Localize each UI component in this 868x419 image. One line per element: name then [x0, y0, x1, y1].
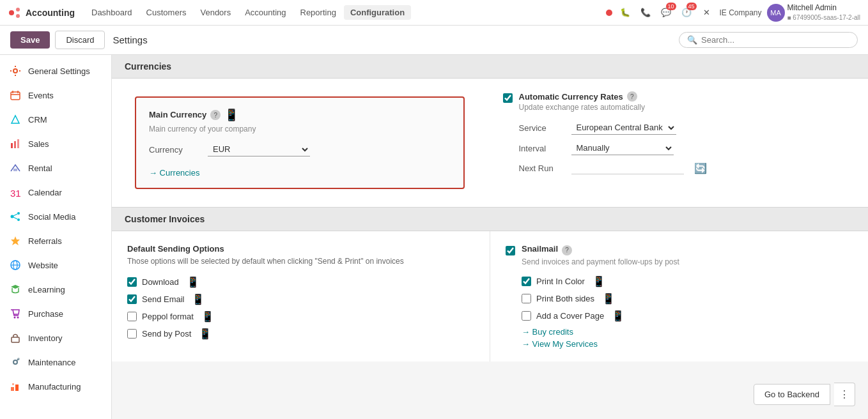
sidebar-item-manufacturing[interactable]: Manufacturing: [0, 374, 111, 399]
view-services-link[interactable]: → View My Services: [522, 339, 679, 349]
page-title: Settings: [112, 34, 147, 45]
nav-right: 🐛 📞 💬 10 🕐 45 ✕ IE Company MA Mitchell A…: [606, 3, 860, 22]
sidebar-item-website[interactable]: Website: [0, 253, 111, 277]
app-logo[interactable]: Accounting: [8, 6, 75, 20]
svg-line-15: [13, 217, 17, 219]
auto-rates-checkbox[interactable]: [503, 93, 513, 103]
sidebar-item-maintenance[interactable]: Maintenance: [0, 350, 111, 374]
debug-icon[interactable]: 🐛: [617, 5, 633, 20]
sidebar-item-general-settings[interactable]: General Settings: [0, 59, 111, 83]
sidebar-item-crm[interactable]: CRM: [0, 107, 111, 132]
send-email-mobile-icon: 📱: [192, 293, 205, 305]
next-run-row: Next Run 🔄: [519, 162, 707, 174]
currencies-content-row: Main Currency ? 📱 Main currency of your …: [112, 79, 868, 208]
go-to-backend-button[interactable]: Go to Backend: [754, 384, 830, 405]
svg-rect-27: [12, 383, 14, 385]
main-currency-help-icon[interactable]: ?: [210, 110, 221, 120]
nav-vendors[interactable]: Vendors: [194, 5, 237, 20]
peppol-label: Peppol format: [142, 312, 194, 321]
print-color-checkbox[interactable]: [522, 277, 531, 286]
auto-rates-title: Automatic Currency Rates: [519, 92, 623, 102]
nav-customers[interactable]: Customers: [140, 5, 193, 20]
svg-marker-16: [11, 236, 20, 245]
activity-icon-btn[interactable]: 🕐 45: [679, 5, 694, 20]
svg-point-3: [13, 69, 17, 73]
currencies-section-header: Currencies: [112, 55, 868, 79]
interval-select[interactable]: Manually Daily Weekly Monthly: [571, 141, 674, 155]
nav-dashboard[interactable]: Dashboard: [85, 5, 139, 20]
auto-rates-subtitle: Update exchange rates automatically: [519, 103, 707, 112]
user-menu[interactable]: MA Mitchell Admin ■ 67499005-saas-17-2-a…: [767, 3, 860, 22]
auto-currency-panel: Automatic Currency Rates ? Update exchan…: [488, 79, 869, 207]
go-to-backend-dots-button[interactable]: ⋮: [834, 383, 855, 406]
svg-rect-9: [13, 169, 17, 171]
referrals-icon: [9, 234, 22, 247]
user-name: Mitchell Admin: [787, 3, 860, 12]
invoices-content-row: Default Sending Options Those options wi…: [112, 231, 868, 362]
nav-accounting[interactable]: Accounting: [238, 5, 292, 20]
next-run-label: Next Run: [519, 164, 564, 173]
sidebar-item-events[interactable]: Events: [0, 83, 111, 107]
sidebar-item-label: Events: [28, 91, 54, 100]
save-button[interactable]: Save: [10, 31, 50, 49]
website-icon: [9, 259, 22, 271]
svg-point-2: [16, 14, 20, 18]
snailmail-help-icon[interactable]: ?: [562, 245, 572, 255]
service-label: Service: [519, 123, 564, 133]
go-to-backend-row: Go to Backend ⋮: [754, 383, 855, 406]
add-cover-page-checkbox[interactable]: [522, 311, 531, 321]
nav-reporting[interactable]: Reporting: [294, 5, 343, 20]
sidebar-item-label: Purchase: [28, 309, 63, 319]
svg-marker-5: [12, 116, 19, 123]
snailmail-checkbox[interactable]: [506, 246, 515, 255]
sidebar-item-rental[interactable]: Rental: [0, 156, 111, 180]
currency-select[interactable]: EUR USD GBP: [208, 142, 310, 156]
auto-rates-details: Automatic Currency Rates ? Update exchan…: [519, 91, 707, 181]
auto-rates-help-icon[interactable]: ?: [627, 91, 637, 102]
snailmail-details: Snailmail ? Send invoices and payment fo…: [522, 244, 679, 349]
close-icon[interactable]: ✕: [699, 5, 715, 20]
buy-credits-link[interactable]: → Buy credits: [522, 327, 679, 337]
svg-point-13: [17, 218, 20, 221]
sidebar-item-referrals[interactable]: Referrals: [0, 229, 111, 253]
sidebar-item-sales[interactable]: Sales: [0, 132, 111, 156]
sidebar-item-purchase[interactable]: Purchase: [0, 301, 111, 326]
next-run-input[interactable]: [571, 162, 684, 174]
sidebar-item-label: Maintenance: [28, 358, 75, 367]
rental-icon: [9, 162, 22, 174]
sales-icon: [9, 137, 22, 150]
chat-icon-btn[interactable]: 💬 10: [658, 5, 674, 20]
sidebar-item-label: Social Media: [28, 212, 75, 222]
sidebar-item-social-media[interactable]: Social Media: [0, 204, 111, 229]
svg-point-24: [17, 358, 20, 360]
phone-icon[interactable]: 📞: [638, 5, 653, 20]
svg-rect-4: [11, 92, 20, 100]
currencies-link[interactable]: → Currencies: [149, 168, 199, 178]
default-sending-panel: Default Sending Options Those options wi…: [112, 231, 490, 362]
send-email-checkbox[interactable]: [127, 294, 137, 304]
sidebar-item-label: Inventory: [28, 333, 62, 343]
sidebar-item-elearning[interactable]: eLearning: [0, 277, 111, 301]
refresh-icon[interactable]: 🔄: [694, 162, 707, 174]
nav-configuration[interactable]: Configuration: [344, 5, 411, 20]
print-both-sides-checkbox[interactable]: [522, 294, 531, 303]
svg-rect-25: [11, 387, 14, 391]
search-bar: 🔍: [679, 32, 858, 48]
sidebar-item-inventory[interactable]: Inventory: [0, 326, 111, 350]
snailmail-header-row: Snailmail ? Send invoices and payment fo…: [506, 244, 853, 349]
discard-button[interactable]: Discard: [55, 31, 105, 49]
download-checkbox[interactable]: [127, 277, 137, 287]
main-currency-subtitle: Main currency of your company: [149, 125, 451, 133]
service-select[interactable]: European Central Bank Fixer.io: [571, 121, 676, 135]
print-color-label: Print In Color: [536, 277, 585, 286]
sidebar-item-calendar[interactable]: 31 Calendar: [0, 180, 111, 204]
sidebar-item-label: General Settings: [28, 66, 90, 76]
peppol-checkbox[interactable]: [127, 312, 137, 321]
chat-badge: 10: [666, 3, 676, 10]
send-post-option: Send by Post 📱: [127, 328, 474, 340]
customer-invoices-section-header: Customer Invoices: [112, 208, 868, 231]
send-post-checkbox[interactable]: [127, 329, 137, 339]
search-input[interactable]: [701, 35, 849, 45]
interval-row: Interval Manually Daily Weekly Monthly: [519, 141, 707, 155]
main-currency-panel: Main Currency ? 📱 Main currency of your …: [112, 79, 488, 207]
